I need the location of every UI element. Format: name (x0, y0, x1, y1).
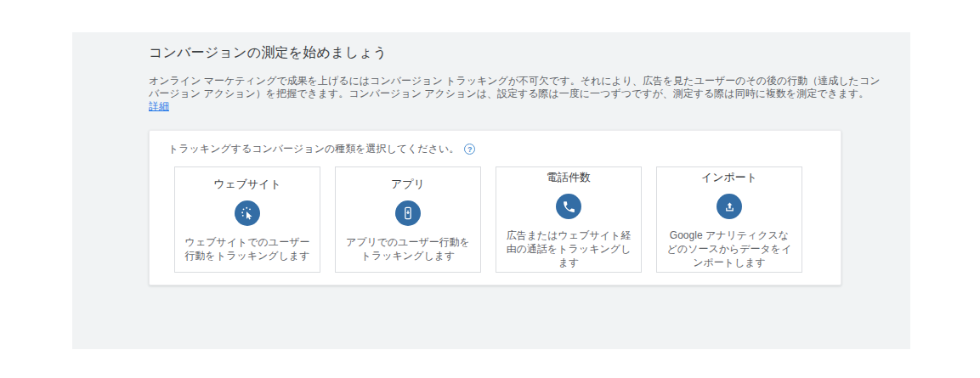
conversion-options: ウェブサイト ウェブ (174, 166, 824, 273)
phone-call-icon (556, 194, 581, 219)
page-title: コンバージョンの測定を始めましょう (149, 40, 887, 62)
option-title: アプリ (391, 177, 425, 192)
prompt-row: トラッキングするコンバージョンの種類を選択してください。 ? (168, 142, 824, 156)
option-import[interactable]: インポート Google アナリティクスなどのソースからデータをインポートします (656, 166, 802, 273)
prompt-text: トラッキングするコンバージョンの種類を選択してください。 (168, 142, 459, 156)
app-phone-icon (395, 200, 421, 226)
conversion-type-card: トラッキングするコンバージョンの種類を選択してください。 ? ウェブサイト (149, 130, 841, 285)
import-upload-icon (717, 194, 742, 219)
option-title: ウェブサイト (213, 177, 281, 192)
option-description: アプリでのユーザー行動をトラッキングします (344, 235, 472, 262)
option-description: ウェブサイトでのユーザー行動をトラッキングします (184, 235, 311, 262)
learn-more-link[interactable]: 詳細 (149, 100, 169, 112)
option-website[interactable]: ウェブサイト ウェブ (174, 166, 320, 273)
intro-text: オンライン マーケティングで成果を上げるにはコンバージョン トラッキングが不可欠… (149, 75, 890, 113)
panel-content: コンバージョンの測定を始めましょう オンライン マーケティングで成果を上げるには… (72, 32, 910, 285)
intro-text-body: オンライン マーケティングで成果を上げるにはコンバージョン トラッキングが不可欠… (149, 75, 880, 99)
help-icon[interactable]: ? (464, 144, 475, 155)
option-description: Google アナリティクスなどのソースからデータをインポートします (666, 228, 793, 269)
option-app[interactable]: アプリ アプリでのユーザー行動をトラッキングします (335, 166, 481, 273)
option-phone-calls[interactable]: 電話件数 広告またはウェブサイト経由の通話をトラッキングします (496, 166, 642, 273)
conversion-setup-panel: コンバージョンの測定を始めましょう オンライン マーケティングで成果を上げるには… (72, 32, 910, 349)
website-click-icon (235, 200, 260, 226)
option-title: 電話件数 (547, 170, 591, 185)
option-title: インポート (701, 170, 757, 185)
option-description: 広告またはウェブサイト経由の通話をトラッキングします (505, 228, 632, 269)
